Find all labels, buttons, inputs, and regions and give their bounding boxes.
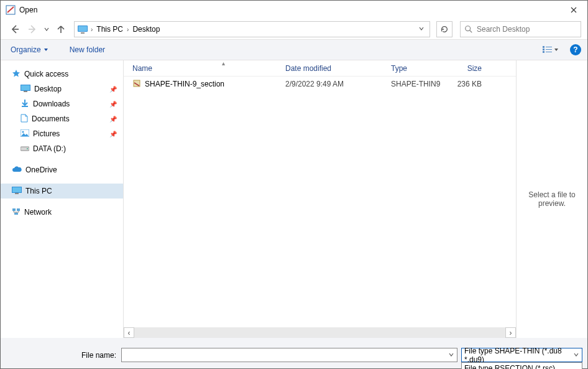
file-pane: ▴ Name Date modified Type Size SHAPE-THI… bbox=[124, 60, 516, 338]
drive-icon bbox=[21, 144, 29, 153]
svg-rect-3 bbox=[81, 32, 85, 34]
svg-rect-7 bbox=[543, 51, 544, 53]
search-input[interactable]: Search Desktop bbox=[460, 21, 581, 37]
view-options-button[interactable] bbox=[539, 43, 563, 57]
filetype-selected: File type SHAPE-THIN (*.du8 *.du9) bbox=[464, 347, 579, 364]
address-bar[interactable]: › This PC › Desktop bbox=[74, 21, 430, 37]
file-date: 2/9/2022 9:49 AM bbox=[285, 80, 391, 88]
pin-icon: 📌 bbox=[109, 101, 117, 108]
filetype-option[interactable]: File type RSECTION (*.rsc) bbox=[462, 363, 582, 369]
sidebar-data-d[interactable]: DATA (D:) bbox=[1, 141, 123, 156]
svg-rect-9 bbox=[546, 49, 552, 50]
svg-rect-24 bbox=[14, 213, 18, 215]
sidebar-documents[interactable]: Documents 📌 bbox=[1, 111, 123, 126]
star-icon bbox=[12, 69, 21, 80]
svg-rect-10 bbox=[546, 52, 552, 52]
filetype-select[interactable]: File type SHAPE-THIN (*.du8 *.du9) bbox=[461, 348, 582, 362]
filetype-dropdown: File type RSECTION (*.rsc) File type SHA… bbox=[461, 362, 582, 369]
documents-icon bbox=[21, 114, 28, 124]
chevron-right-icon: › bbox=[127, 26, 129, 33]
col-type[interactable]: Type bbox=[391, 64, 449, 73]
this-pc-icon bbox=[12, 187, 22, 196]
network-icon bbox=[12, 208, 21, 217]
sidebar-network[interactable]: Network bbox=[1, 205, 123, 220]
chevron-right-icon: › bbox=[91, 26, 93, 33]
this-pc-icon bbox=[77, 25, 88, 34]
titlebar: Open bbox=[1, 1, 587, 19]
sidebar-this-pc[interactable]: This PC bbox=[1, 184, 123, 199]
main-area: ▴ Name Date modified Type Size SHAPE-THI… bbox=[124, 60, 587, 338]
breadcrumb-leaf[interactable]: Desktop bbox=[131, 25, 161, 34]
forward-button[interactable] bbox=[25, 22, 39, 36]
svg-rect-5 bbox=[543, 46, 544, 48]
search-placeholder: Search Desktop bbox=[477, 25, 530, 34]
svg-rect-22 bbox=[12, 208, 16, 211]
svg-rect-23 bbox=[17, 208, 20, 211]
sidebar-onedrive[interactable]: OneDrive bbox=[1, 162, 123, 177]
col-name[interactable]: Name bbox=[132, 64, 285, 73]
svg-point-16 bbox=[22, 131, 24, 133]
help-button[interactable]: ? bbox=[570, 44, 581, 55]
file-list[interactable]: SHAPE-THIN-9_section 2/9/2022 9:49 AM SH… bbox=[124, 77, 516, 327]
pin-icon: 📌 bbox=[109, 131, 117, 138]
svg-rect-6 bbox=[543, 49, 544, 50]
file-name: SHAPE-THIN-9_section bbox=[145, 80, 224, 88]
col-date[interactable]: Date modified bbox=[285, 64, 391, 73]
svg-rect-21 bbox=[15, 193, 19, 194]
svg-rect-12 bbox=[21, 85, 30, 90]
organize-menu[interactable]: Organize bbox=[7, 43, 52, 57]
filename-label: File name: bbox=[6, 351, 121, 360]
filename-input[interactable] bbox=[121, 348, 457, 362]
sidebar-downloads[interactable]: Downloads 📌 bbox=[1, 96, 123, 111]
svg-point-18 bbox=[27, 148, 28, 149]
refresh-button[interactable] bbox=[436, 21, 452, 37]
svg-rect-2 bbox=[78, 26, 87, 31]
svg-rect-8 bbox=[546, 47, 552, 47]
sidebar-desktop[interactable]: Desktop 📌 bbox=[1, 82, 123, 96]
body: Quick access Desktop 📌 Downloads 📌 Docum… bbox=[1, 60, 587, 338]
toolbar: Organize New folder ? bbox=[1, 39, 587, 60]
back-button[interactable] bbox=[8, 22, 22, 36]
desktop-icon bbox=[21, 85, 30, 94]
file-icon bbox=[132, 79, 141, 90]
horizontal-scrollbar[interactable]: ‹ › bbox=[124, 327, 516, 338]
close-button[interactable] bbox=[559, 1, 587, 19]
chevron-down-icon bbox=[554, 47, 559, 52]
preview-hint: Select a file to preview. bbox=[520, 190, 584, 208]
new-folder-button[interactable]: New folder bbox=[66, 43, 109, 57]
sidebar-quick-access[interactable]: Quick access bbox=[1, 67, 123, 82]
pictures-icon bbox=[21, 129, 29, 139]
svg-point-4 bbox=[466, 26, 471, 31]
pin-icon: 📌 bbox=[109, 86, 117, 93]
view-icon bbox=[543, 46, 553, 54]
onedrive-icon bbox=[12, 166, 22, 174]
pin-icon: 📌 bbox=[109, 116, 117, 123]
nav-bar: › This PC › Desktop Search Desktop bbox=[1, 19, 587, 39]
scroll-track[interactable] bbox=[134, 327, 505, 338]
file-type: SHAPE-THIN9 bbox=[391, 80, 449, 88]
file-size: 236 KB bbox=[449, 80, 487, 88]
search-icon bbox=[464, 25, 473, 34]
scroll-right-button[interactable]: › bbox=[505, 327, 516, 338]
svg-rect-13 bbox=[24, 91, 27, 92]
footer: File name: File type SHAPE-THIN (*.du8 *… bbox=[1, 338, 587, 368]
file-row[interactable]: SHAPE-THIN-9_section 2/9/2022 9:49 AM SH… bbox=[124, 77, 516, 91]
downloads-icon bbox=[21, 99, 29, 110]
nav-sidebar: Quick access Desktop 📌 Downloads 📌 Docum… bbox=[1, 60, 124, 338]
chevron-down-icon bbox=[573, 351, 579, 360]
recent-dropdown[interactable] bbox=[43, 22, 50, 36]
chevron-down-icon bbox=[44, 47, 48, 52]
preview-pane: Select a file to preview. bbox=[516, 60, 587, 338]
col-size[interactable]: Size bbox=[449, 64, 487, 73]
filename-dropdown-icon[interactable] bbox=[448, 351, 454, 360]
column-headers: ▴ Name Date modified Type Size bbox=[124, 60, 516, 77]
svg-rect-14 bbox=[22, 106, 28, 107]
open-dialog: Open › This PC › Desktop bbox=[0, 0, 588, 369]
scroll-left-button[interactable]: ‹ bbox=[124, 327, 134, 338]
breadcrumb-root[interactable]: This PC bbox=[95, 25, 124, 34]
up-button[interactable] bbox=[54, 22, 68, 36]
sidebar-pictures[interactable]: Pictures 📌 bbox=[1, 126, 123, 141]
svg-rect-20 bbox=[12, 187, 21, 192]
window-title: Open bbox=[19, 6, 37, 14]
address-dropdown[interactable] bbox=[416, 25, 427, 34]
